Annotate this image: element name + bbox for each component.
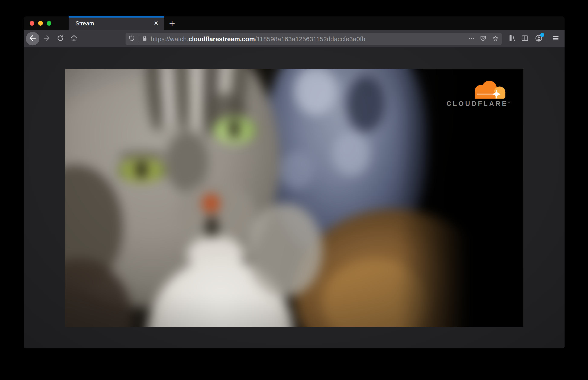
save-to-pocket-button[interactable] [480,35,487,42]
forward-icon [43,34,51,43]
account-notification-badge [540,33,544,37]
close-window-button[interactable] [30,21,34,26]
tab-title: Stream [75,17,94,30]
tab-bar: Stream ✕ + [24,17,565,30]
minimize-window-button[interactable] [38,21,43,26]
new-tab-button[interactable]: + [166,18,178,29]
video-player[interactable]: CLOUDFLARE™ [65,69,523,327]
lock-icon [141,35,148,43]
back-icon [28,34,37,43]
sidebar-icon [521,34,529,43]
star-icon [492,35,499,43]
home-icon [70,34,78,43]
bookmark-button[interactable] [492,35,499,42]
connection-security-button[interactable] [141,35,148,42]
sidebar-button[interactable] [520,34,530,43]
url-path: /118598a163a125631152ddaccfe3a0fb [255,36,365,42]
navigation-toolbar: https://watch.cloudflarestream.com/11859… [24,30,565,47]
page-content: CLOUDFLARE™ [24,47,565,348]
three-dots-icon [468,35,475,43]
cloudflare-watermark: CLOUDFLARE™ [440,80,511,107]
video-frame-blurry-cat [65,69,523,327]
library-icon [507,34,516,43]
forward-button[interactable] [42,34,51,43]
page-actions-button[interactable] [468,35,475,42]
hamburger-icon [552,34,560,43]
tab-stream[interactable]: Stream ✕ [69,17,164,30]
trademark-symbol: ™ [508,101,511,104]
zoom-window-button[interactable] [47,21,51,26]
url-domain: cloudflarestream.com [189,36,255,42]
tab-close-button[interactable]: ✕ [152,19,160,27]
home-button[interactable] [69,34,79,43]
cloudflare-wordmark: CLOUDFLARE™ [440,99,511,107]
urlbar-divider [138,36,138,42]
url-text: https://watch.cloudflarestream.com/11859… [151,33,365,45]
browser-window: Stream ✕ + [24,17,565,348]
tracking-protection-button[interactable] [128,35,135,42]
menu-button[interactable] [551,34,560,43]
toolbar-divider [547,34,547,43]
pocket-icon [480,35,486,43]
url-prefix: https://watch. [151,36,189,42]
shield-icon [128,35,135,43]
traffic-lights [30,17,51,30]
url-bar[interactable]: https://watch.cloudflarestream.com/11859… [126,33,502,45]
desktop: Stream ✕ + [0,0,588,380]
reload-icon [56,34,64,43]
library-button[interactable] [507,34,516,43]
reload-button[interactable] [56,34,65,43]
account-button[interactable] [534,34,543,43]
cloudflare-cloud-icon [470,80,508,99]
back-button[interactable] [26,32,39,45]
